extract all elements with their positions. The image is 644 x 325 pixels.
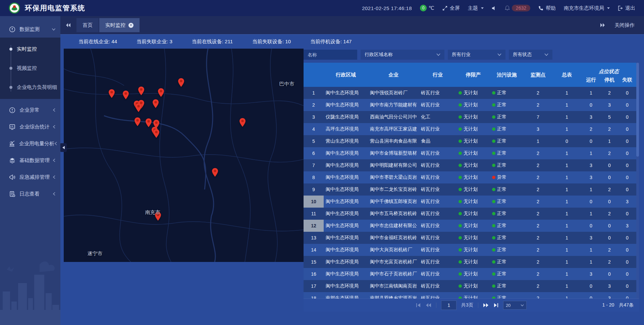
tab-home[interactable]: 首页 <box>76 18 99 32</box>
prev-page-button[interactable] <box>426 303 431 308</box>
header-col-6[interactable]: 总表 <box>552 63 581 87</box>
sidebar-item-emergency-reduce[interactable]: 应急减排管理 <box>0 169 60 185</box>
table-row[interactable]: 12阆中生态环境局阆中市忠信建材有限公砖瓦行业无计划正常21003 <box>304 220 636 232</box>
map-pin-icon[interactable] <box>138 86 145 96</box>
table-row[interactable]: 8阆中生态环境局阆中市枣碧大梁山页岩砖瓦行业无计划异常21300 <box>304 171 636 183</box>
map-pin-icon[interactable] <box>145 118 152 127</box>
table-row[interactable]: 2阆中生态环境局阆中市南方节能建材有砖瓦行业无计划正常21030 <box>304 99 636 111</box>
cell-region: 阆中生态环境局 <box>324 196 368 208</box>
map-pin-icon[interactable] <box>239 118 246 127</box>
sidebar-subitem-realtime-monitor[interactable]: 实时监控 <box>0 40 60 59</box>
map-pin-icon[interactable] <box>153 129 160 138</box>
header-subcol-0[interactable]: 运行 <box>581 75 601 87</box>
sidebar-item-enterprise-abnormal[interactable]: 企业异常 <box>0 102 60 118</box>
chevron-down-icon <box>497 53 501 56</box>
cell-company: 阆中强锐页岩砖厂 <box>368 87 419 99</box>
header-col-1[interactable]: 企业 <box>368 63 419 87</box>
stat-value: 211 <box>225 39 233 44</box>
cell-region: 阆中生态环境局 <box>324 159 368 171</box>
table-row[interactable]: 3仪陇生态环境局西南油气田分公司川中化工无计划正常71350 <box>304 111 636 123</box>
sidebar-subitem-video-monitor[interactable]: 视频监控 <box>0 59 60 78</box>
logout-button[interactable]: 退出 <box>618 5 635 11</box>
cell-points: 2 <box>524 244 552 256</box>
stat-label: 当前在线设备: <box>192 39 225 44</box>
org-dropdown[interactable]: 南充市生态环境局 <box>564 5 610 11</box>
sidebar-collapse-button[interactable] <box>60 143 67 152</box>
tabs-scroll-left-button[interactable] <box>66 23 71 28</box>
map-pin-icon[interactable] <box>108 89 115 98</box>
last-page-button[interactable] <box>493 303 498 308</box>
cell-halt: 0 <box>601 220 618 232</box>
map-pin-icon[interactable] <box>152 99 159 108</box>
table-scrollbar[interactable] <box>636 63 639 299</box>
theme-dropdown[interactable]: 主题 <box>468 5 484 11</box>
notification-count-badge: 2632 <box>512 5 530 11</box>
table-row[interactable]: 17阆中生态环境局阆中市江南镇阆南页岩砖瓦行业无计划正常21030 <box>304 280 636 292</box>
enterprise-table: 行政区域企业行业停限产治污设施监测点总表点位状态运行停机失联 1阆中生态环境局阆… <box>304 63 639 299</box>
notification-widget[interactable]: 2632 <box>505 5 530 11</box>
close-operations-button[interactable]: 关闭操作 <box>614 22 635 29</box>
table-row[interactable]: 11阆中生态环境局阆中市五马桥页岩机砖砖瓦行业无计划正常21120 <box>304 208 636 220</box>
sidebar-item-data-monitor[interactable]: 数据监测 <box>0 21 60 38</box>
tabs-scroll-right-button[interactable] <box>600 23 605 28</box>
map-pin-icon[interactable] <box>134 117 141 126</box>
table-row[interactable]: 15阆中生态环境局阆中市光富页岩机砖厂砖瓦行业无计划正常21120 <box>304 256 636 268</box>
header-col-4[interactable]: 治污设施 <box>490 63 524 87</box>
industry-select[interactable]: 所有行业 <box>448 50 505 60</box>
cell-index: 13 <box>304 232 324 244</box>
map-panel[interactable]: 巴中市南充市遂宁市 <box>64 49 304 262</box>
region-select[interactable]: 行政区域名称 <box>361 50 444 60</box>
map-pin-icon[interactable] <box>135 103 142 112</box>
table-row[interactable]: 13阆中生态环境局阆中市金福旺页岩机砖砖瓦行业无计划正常21300 <box>304 232 636 244</box>
cell-run: 2 <box>581 123 601 135</box>
sound-toggle-button[interactable] <box>492 6 497 11</box>
sidebar-menu: 数据监测实时监控视频监控企业电力负荷明细企业异常企业综合统计企业用电量分析基础数… <box>0 21 60 202</box>
page-size-select[interactable]: 20 <box>503 301 527 310</box>
status-label: 正常 <box>497 259 506 265</box>
status-select[interactable]: 所有状态 <box>509 50 552 60</box>
cell-region: 营山生态环境局 <box>324 135 368 147</box>
map-pin-icon[interactable] <box>122 90 129 100</box>
next-page-button[interactable] <box>483 303 489 308</box>
help-button[interactable]: 帮助 <box>538 5 556 11</box>
cell-index: 4 <box>304 123 324 135</box>
table-row[interactable]: 10阆中生态环境局阆中千佛镇五郎垭页岩砖瓦行业无计划正常21003 <box>304 196 636 208</box>
cell-halt: 2 <box>601 244 618 256</box>
tab-close-icon[interactable]: ✕ <box>128 23 133 28</box>
sidebar-item-enterprise-stats[interactable]: 企业综合统计 <box>0 118 60 135</box>
header-col-3[interactable]: 停限产 <box>457 63 490 87</box>
cell-stop-status: 无计划 <box>457 135 490 147</box>
map-pin-icon[interactable] <box>158 88 165 97</box>
header-subcol-2[interactable]: 失联 <box>618 75 636 87</box>
map-pin-icon[interactable] <box>212 168 219 177</box>
table-row[interactable]: 1阆中生态环境局阆中强锐页岩砖厂砖瓦行业无计划正常21120 <box>304 87 636 99</box>
first-page-button[interactable] <box>416 303 421 308</box>
tab-realtime[interactable]: 实时监控✕ <box>99 18 140 32</box>
table-row[interactable]: 7阆中生态环境局阆中明阳建材有限公司砖瓦行业无计划正常21300 <box>304 159 636 171</box>
fullscreen-button[interactable]: 全屏 <box>442 5 460 11</box>
sidebar-item-log-view[interactable]: 日志查看 <box>0 185 60 202</box>
sidebar-item-base-data[interactable]: 基础数据管理 <box>0 152 60 169</box>
bell-icon <box>505 5 510 11</box>
header-col-5[interactable]: 监测点 <box>524 63 552 87</box>
header-col-2[interactable]: 行业 <box>419 63 457 87</box>
sidebar-item-power-analysis[interactable]: 企业用电量分析 <box>0 135 60 152</box>
table-row[interactable]: 16阆中生态环境局阆中市石子页岩机砖厂砖瓦行业无计划正常21300 <box>304 268 636 280</box>
table-row[interactable]: 4高坪生态环境局南充市高坪区王家店建砖瓦行业无计划正常31220 <box>304 123 636 135</box>
table-row[interactable]: 9阆中生态环境局阆中市二龙长宝页岩砖砖瓦行业无计划正常21120 <box>304 183 636 196</box>
table-row[interactable]: 14阆中生态环境局阆中大兴页岩机砖厂砖瓦行业无计划正常21120 <box>304 244 636 256</box>
page-number-input[interactable] <box>441 301 457 310</box>
scrollbar-thumb[interactable] <box>636 63 639 157</box>
map-pin-icon[interactable] <box>178 78 185 87</box>
cell-index: 1 <box>304 87 324 99</box>
cell-region: 南部生态环境局 <box>324 292 368 299</box>
header-col-0[interactable]: 行政区域 <box>324 63 368 87</box>
table-row[interactable]: 5营山生态环境局营山县润丰肉食品有限食品无计划正常10010 <box>304 135 636 147</box>
table-row[interactable]: 18南部生态环境局南部县双峰乡宏源页岩砖瓦行业无计划正常21030 <box>304 292 636 299</box>
sidebar-subitem-power-load-detail[interactable]: 企业电力负荷明细 <box>0 78 60 97</box>
status-label: 正常 <box>497 138 506 144</box>
name-search-input[interactable] <box>304 50 357 60</box>
cell-meter: 1 <box>552 123 581 135</box>
table-row[interactable]: 6阆中生态环境局阆中市金博瑞新型墙材砖瓦行业无计划正常21120 <box>304 147 636 159</box>
header-subcol-1[interactable]: 停机 <box>601 75 618 87</box>
